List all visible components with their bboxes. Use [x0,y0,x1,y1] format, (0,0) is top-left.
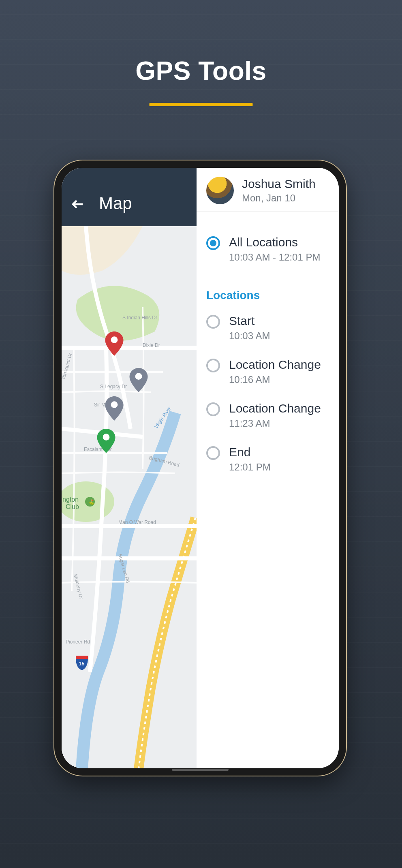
location-time: 10:03 AM [229,330,270,342]
radio-icon [206,402,220,416]
svg-text:15: 15 [79,661,84,667]
location-row-start[interactable]: Start 10:03 AM [206,306,329,350]
all-locations-title: All Locations [229,235,320,249]
location-row-change-2[interactable]: Location Change 11:23 AM [206,393,329,437]
radio-icon [206,359,220,372]
location-time: 12:01 PM [229,462,271,473]
svg-rect-16 [76,656,88,659]
svg-text:S Indian Hills Dr: S Indian Hills Dr [122,315,157,321]
map-pin-end[interactable] [97,429,115,453]
svg-text:Dixie Dr: Dixie Dr [143,342,160,348]
locations-section-label: Locations [206,271,329,306]
page-title: GPS Tools [0,56,402,86]
svg-point-20 [111,401,118,408]
location-title: Location Change [229,402,321,415]
all-locations-row[interactable]: All Locations 10:03 AM - 12:01 PM [206,227,329,271]
map-svg: S Indian Hills Dr Dixie Dr S Legacy Dr T… [62,226,197,768]
location-row-change-1[interactable]: Location Change 10:16 AM [206,350,329,393]
map-pin-change-2[interactable] [105,396,124,421]
arrow-left-icon [71,197,85,212]
phone-frame: Map [54,160,346,776]
svg-text:Man O War Road: Man O War Road [118,520,156,525]
radio-selected-icon [206,236,220,250]
panel-body: All Locations 10:03 AM - 12:01 PM Locati… [197,212,339,481]
svg-point-19 [135,373,142,380]
location-time: 10:16 AM [229,374,321,385]
avatar [206,177,234,204]
location-time: 11:23 AM [229,418,321,429]
location-title: End [229,445,271,459]
user-date: Mon, Jan 10 [242,192,316,204]
map-header-title: Map [99,194,132,213]
user-header: Joshua Smith Mon, Jan 10 [197,168,339,212]
radio-icon [206,315,220,329]
location-title: Start [229,314,270,328]
svg-point-21 [103,434,110,440]
svg-point-18 [111,336,118,343]
svg-text:⛳: ⛳ [88,499,94,505]
map-header: Map [62,168,197,226]
location-row-end[interactable]: End 12:01 PM [206,437,329,481]
page-title-underline [150,103,253,106]
detail-panel: Joshua Smith Mon, Jan 10 All Locations 1… [197,168,339,768]
all-locations-range: 10:03 AM - 12:01 PM [229,252,320,263]
location-title: Location Change [229,358,321,372]
map-panel: Map [62,168,197,768]
back-button[interactable] [69,195,87,213]
map-pin-start[interactable] [105,331,124,356]
user-name: Joshua Smith [242,177,316,191]
map-canvas[interactable]: S Indian Hills Dr Dixie Dr S Legacy Dr T… [62,226,197,768]
radio-icon [206,446,220,460]
map-pin-change-1[interactable] [129,368,148,392]
svg-text:S Legacy Dr: S Legacy Dr [100,384,127,389]
svg-text:Pioneer Rd: Pioneer Rd [66,639,90,645]
phone-screen: Map [62,168,339,768]
